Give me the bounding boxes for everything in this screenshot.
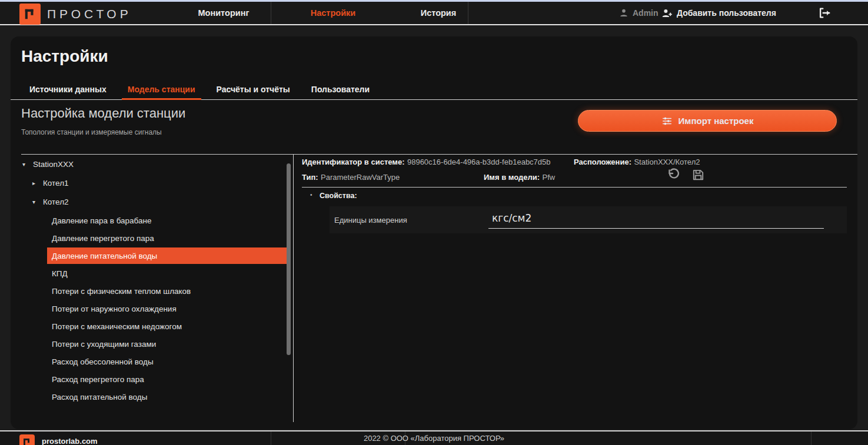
- brand-logo[interactable]: ПРОСТОР: [19, 4, 132, 25]
- navbar-divider: [271, 2, 271, 24]
- units-input[interactable]: [488, 211, 824, 229]
- current-user-label: Admin: [633, 8, 659, 18]
- sliders-icon: [661, 116, 673, 126]
- nav-item-history[interactable]: История: [394, 2, 483, 24]
- brand-wordmark: ПРОСТОР: [47, 7, 132, 21]
- bullet-icon: •: [310, 192, 312, 198]
- model-name-label: Имя в модели:: [484, 173, 540, 182]
- tree-leaf-signal[interactable]: Расход перегретого пара: [47, 371, 288, 387]
- logout-button[interactable]: [817, 2, 832, 24]
- tree-leaf-signal[interactable]: Давление пара в барабане: [47, 212, 288, 229]
- location-value: StationXXX/Котел2: [634, 158, 700, 166]
- current-user[interactable]: Admin: [619, 2, 659, 24]
- tree-leaf-signal[interactable]: Расход обессоленной воды: [47, 353, 288, 370]
- tree-leaf-signal[interactable]: Потери с уходящими газами: [47, 336, 288, 352]
- location-label: Расположение:: [574, 158, 631, 166]
- tab-calculations-reports[interactable]: Расчёты и отчёты: [211, 85, 296, 99]
- station-tree: ▾ StationXXX ▸ Котел1 ▾ Котел2 Давление …: [11, 155, 287, 406]
- nav-item-monitoring[interactable]: Мониторинг: [179, 2, 268, 24]
- tree-leaf-signal[interactable]: Давление перегретого пара: [47, 230, 288, 246]
- user-icon: [619, 8, 628, 18]
- tree-leaf-signal[interactable]: Потери с механическим недожогом: [47, 318, 288, 334]
- tree-node-label: StationXXX: [33, 160, 74, 169]
- tree-leaf-signal[interactable]: Расход питательной воды: [47, 389, 288, 405]
- tree-node-station[interactable]: ▾ StationXXX: [11, 155, 287, 173]
- navbar: ПРОСТОР Мониторинг Настройки История Adm…: [0, 2, 868, 25]
- tab-data-sources[interactable]: Источники данных: [24, 85, 112, 99]
- tree-leaf-signal[interactable]: КПД: [47, 265, 288, 282]
- type-value: ParameterRawVarType: [321, 173, 400, 182]
- property-label: Единицы измерения: [334, 216, 484, 225]
- tree-node-boiler1[interactable]: ▸ Котел1: [11, 173, 287, 192]
- section-title: Настройка модели станции: [21, 106, 185, 121]
- add-user-button[interactable]: Добавить пользователя: [661, 2, 776, 24]
- tree-node-boiler2[interactable]: ▾ Котел2: [11, 192, 287, 211]
- settings-tabs: Источники данных Модель станции Расчёты …: [11, 85, 857, 100]
- settings-page-card: Настройки Источники данных Модель станци…: [11, 36, 857, 429]
- caret-right-icon[interactable]: ▸: [32, 180, 43, 186]
- id-value: 98960c16-6de4-496a-b3dd-feb1eabc7d5b: [407, 158, 551, 166]
- footer: prostorlab.com 2022 © ООО «Лаборатория П…: [0, 430, 868, 445]
- nav-item-settings[interactable]: Настройки: [289, 2, 377, 24]
- section-subtitle: Топология станции и измеряемые сигналы: [21, 128, 162, 136]
- panel-divider: [293, 154, 294, 422]
- tab-users[interactable]: Пользователи: [305, 85, 375, 99]
- import-settings-label: Импорт настроек: [679, 116, 754, 126]
- tree-leaf-signal[interactable]: Потери с физическим теплом шлаков: [47, 283, 288, 299]
- tree-leaf-signal[interactable]: Потери от наружного охлаждения: [47, 300, 288, 317]
- undo-button[interactable]: [667, 168, 681, 182]
- logout-icon: [817, 6, 832, 19]
- add-user-icon: [661, 8, 673, 18]
- property-row: Единицы измерения: [330, 206, 847, 233]
- page-title: Настройки: [21, 47, 108, 66]
- model-name-value: Pfw: [543, 173, 556, 182]
- import-settings-button[interactable]: Импорт настроек: [578, 110, 837, 132]
- save-button[interactable]: [691, 168, 705, 182]
- top-accent-strip: [0, 0, 868, 2]
- add-user-label: Добавить пользователя: [677, 8, 776, 18]
- caret-down-icon[interactable]: ▾: [32, 199, 43, 205]
- caret-down-icon[interactable]: ▾: [22, 161, 33, 168]
- tree-node-label: Котел2: [43, 198, 69, 206]
- tree-leaf-signal-selected[interactable]: Давление питательной воды: [47, 247, 288, 264]
- type-label: Тип:: [302, 173, 318, 182]
- details-divider: [302, 187, 847, 188]
- footer-copyright: 2022 © ООО «Лаборатория ПРОСТОР»: [0, 431, 868, 445]
- properties-header: Свойства:: [320, 192, 357, 200]
- tree-scrollbar-thumb[interactable]: [287, 163, 291, 355]
- prostor-logo-icon: [19, 4, 41, 25]
- id-label: Идентификатор в системе:: [302, 158, 404, 166]
- tab-station-model[interactable]: Модель станции: [122, 85, 201, 99]
- tree-node-label: Котел1: [43, 179, 69, 188]
